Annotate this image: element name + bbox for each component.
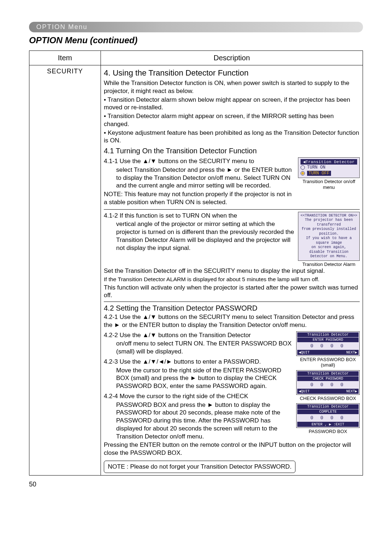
text: Set the Transition Detector off in the S… bbox=[104, 267, 360, 275]
enter-password-box: Transition Detector ENTER PASSWORD 0 0 0… bbox=[296, 331, 360, 356]
quit-label: QUIT bbox=[299, 350, 310, 355]
alarm-line: If you wish to have a square image bbox=[300, 236, 358, 245]
breadcrumb: OPTION Menu bbox=[29, 22, 363, 32]
fig-header: Transition Detector bbox=[297, 404, 359, 409]
figure-password-column: Transition Detector ENTER PASSWORD 0 0 0… bbox=[296, 331, 360, 434]
heading-4-2: 4.2 Setting the Transition Detector PASS… bbox=[104, 304, 360, 312]
text: • Transition Detector alarm shown below … bbox=[104, 96, 360, 112]
alarm-line: disable Transition Detector on Menu. bbox=[300, 250, 358, 259]
text: 4.2-2 Use the ▲/▼ buttons on the Transit… bbox=[104, 331, 293, 339]
fig-header: ◀Transition Detector bbox=[301, 159, 357, 165]
next-label: NEXT bbox=[346, 350, 357, 355]
fig-caption: PASSWORD BOX bbox=[296, 429, 360, 434]
text: • Transition Detector alarm might appear… bbox=[104, 112, 360, 128]
text: 4.2-4 Move the cursor to the right side … bbox=[104, 392, 293, 400]
alarm-hdr: <<TRANSITION DETECTOR ON>> bbox=[300, 214, 358, 218]
figure-onoff-menu: ◀Transition Detector TURN ON TURN OFF Tr… bbox=[298, 157, 360, 190]
fig-caption: ENTER PASSWORD BOX (small) bbox=[296, 357, 360, 368]
text: on/off menu to select TURN ON. The ENTER… bbox=[116, 340, 293, 356]
opt-turn-on: TURN ON bbox=[307, 165, 325, 170]
fig-caption: CHECK PASSWORD BOX bbox=[296, 396, 360, 401]
check-password-box: Transition Detector CHECK PASSWORD 0 0 0… bbox=[296, 370, 360, 395]
heading-4: 4. Using the Transition Detector Functio… bbox=[104, 68, 360, 78]
alarm-line: from previously installed position. bbox=[300, 227, 358, 236]
fig-sub: ENTER PASSWORD bbox=[297, 337, 359, 342]
digits: 0 0 0 0 bbox=[297, 381, 359, 389]
description-cell: 4. Using the Transition Detector Functio… bbox=[101, 65, 363, 476]
text: Move the cursor to the right side of the… bbox=[116, 367, 293, 390]
next-label: NEXT bbox=[346, 389, 357, 393]
col-item-header: Item bbox=[29, 51, 101, 65]
quit-label: QUIT bbox=[299, 389, 310, 393]
page-number: 50 bbox=[29, 481, 363, 488]
text: 4.1-2 If this function is set to TURN ON… bbox=[104, 212, 294, 220]
heading-4-1: 4.1 Turning On the Transition Detector F… bbox=[104, 147, 360, 155]
text: PASSWORD BOX and press the ► button to d… bbox=[116, 401, 293, 441]
text: • Keystone adjustment feature has been p… bbox=[104, 129, 360, 145]
text: This function will activate only when th… bbox=[104, 284, 360, 300]
option-table: Item Description SECURITY 4. Using the T… bbox=[29, 50, 363, 476]
alarm-line: on screen again, bbox=[300, 245, 358, 250]
password-complete-box: Transition Detector COMPLETE 0 0 0 0 ENT… bbox=[296, 403, 360, 428]
note-box: NOTE : Please do not forget your Transit… bbox=[104, 461, 295, 473]
fig-header: Transition Detector bbox=[297, 332, 359, 337]
text: 4.2-1 Use the ▲/▼ buttons on the SECURIT… bbox=[104, 313, 360, 329]
fig-caption: Transition Detector on/off menu bbox=[298, 179, 360, 190]
text: 4.2-3 Use the ▲/▼/◄/► buttons to enter a… bbox=[104, 358, 293, 366]
opt-turn-off: TURN OFF bbox=[307, 171, 331, 176]
item-security: SECURITY bbox=[29, 65, 101, 476]
fig-sub: COMPLETE bbox=[297, 409, 359, 414]
fig-header: Transition Detector bbox=[297, 371, 359, 376]
text: vertical angle of the projector or mirro… bbox=[116, 220, 294, 252]
text: While the Transition Detector function i… bbox=[104, 79, 360, 95]
fig-caption: Transition Detector Alarm bbox=[298, 262, 360, 267]
text: If the Transition Detector ALARM is disp… bbox=[104, 276, 360, 283]
col-desc-header: Description bbox=[101, 51, 363, 65]
section-title: OPTION Menu (continued) bbox=[29, 35, 363, 45]
alarm-line: The projector has been transferred bbox=[300, 218, 358, 227]
figure-alarm: <<TRANSITION DETECTOR ON>> The projector… bbox=[298, 212, 360, 267]
text: 4.1-1 Use the ▲/▼ buttons on the SECURIT… bbox=[104, 157, 294, 165]
digits: 0 0 0 0 bbox=[297, 414, 359, 422]
text: NOTE: This feature may not function prop… bbox=[104, 190, 294, 206]
digits: 0 0 0 0 bbox=[297, 342, 359, 350]
text: Pressing the ENTER button on the remote … bbox=[104, 441, 360, 457]
exit-label: ENTER , ▶ :EXIT bbox=[297, 422, 359, 427]
text: select Transition Detector and press the… bbox=[116, 166, 294, 190]
fig-sub: CHECK PASSWORD bbox=[297, 376, 359, 381]
